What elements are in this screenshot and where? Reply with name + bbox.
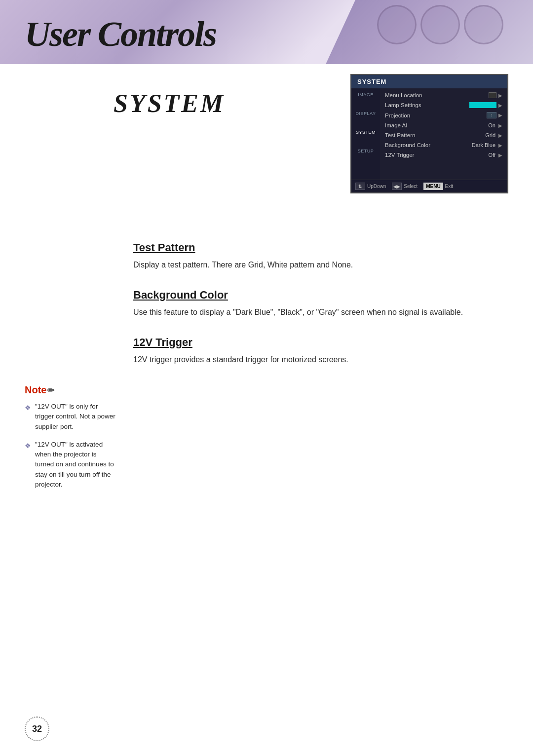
osd-label-12v-trigger: 12V Trigger xyxy=(385,152,489,158)
osd-label-test-pattern: Test Pattern xyxy=(385,132,485,138)
page-title: User Controls xyxy=(25,14,216,55)
osd-menu-btn[interactable]: MENU xyxy=(423,183,443,190)
osd-header: SYSTEM xyxy=(351,75,507,88)
section-12v-trigger-text: 12V trigger provides a standard trigger … xyxy=(133,354,469,366)
osd-footer-menu: MENU Exit xyxy=(423,183,453,190)
deco-circle-2 xyxy=(420,5,460,44)
section-12v-trigger-heading: 12V Trigger xyxy=(133,336,508,349)
osd-row-12v-trigger[interactable]: 12V Trigger Off ▶ xyxy=(380,150,507,160)
osd-select-icon: ◀▶ xyxy=(392,183,402,190)
osd-updown-icon: ⇅ xyxy=(355,183,365,190)
section-bg-color-heading: Background Color xyxy=(133,289,508,302)
note-item-2: ❖ "12V OUT" is activated when the projec… xyxy=(25,440,116,490)
osd-nav-display[interactable]: DISPLAY xyxy=(356,111,376,116)
page-number: 32 xyxy=(25,717,49,741)
osd-value-bg-color: Dark Blue xyxy=(472,142,495,148)
section-background-color: Background Color Use this feature to dis… xyxy=(133,289,508,318)
osd-value-proj-icon: ↕ xyxy=(487,112,496,118)
main-content: SYSTEM IMAGE DISPLAY SYSTEM SETUP Menu L… xyxy=(0,64,533,517)
osd-value-image-ai: On xyxy=(488,122,495,128)
note-item-1: ❖ "12V OUT" is only for trigger control.… xyxy=(25,402,116,432)
osd-value-menu-location-icon xyxy=(489,92,496,98)
osd-footer: ⇅ UpDown ◀▶ Select MENU Exit xyxy=(351,180,507,192)
note-label-text: Note xyxy=(25,384,46,396)
osd-row-projection[interactable]: Projection ↕ ▶ xyxy=(380,110,507,120)
osd-arrow-image-ai: ▶ xyxy=(498,123,502,128)
osd-row-menu-location[interactable]: Menu Location ▶ xyxy=(380,90,507,100)
osd-row-image-ai[interactable]: Image AI On ▶ xyxy=(380,120,507,130)
osd-value-test-pattern: Grid xyxy=(485,132,495,138)
osd-nav-image[interactable]: IMAGE xyxy=(358,92,374,97)
full-layout: Note ✏ ❖ "12V OUT" is only for trigger c… xyxy=(25,227,508,497)
osd-row-lamp-settings[interactable]: Lamp Settings ▶ xyxy=(380,100,507,110)
section-test-pattern-text: Display a test pattern. There are Grid, … xyxy=(133,259,469,271)
osd-arrow-proj: ▶ xyxy=(498,113,502,118)
note-pencil-icon: ✏ xyxy=(47,385,55,396)
osd-value-lamp-bar xyxy=(469,102,496,108)
osd-label-projection: Projection xyxy=(385,113,487,118)
osd-content: Menu Location ▶ Lamp Settings ▶ Projecti… xyxy=(380,88,507,180)
section-test-pattern-heading: Test Pattern xyxy=(133,241,508,254)
note-item-1-text: "12V OUT" is only for trigger control. N… xyxy=(35,402,116,432)
note-bullet-2: ❖ xyxy=(25,441,31,490)
osd-container: SYSTEM IMAGE DISPLAY SYSTEM SETUP Menu L… xyxy=(350,74,508,193)
osd-arrow-lamp: ▶ xyxy=(498,103,502,108)
osd-arrow-bg-color: ▶ xyxy=(498,143,502,148)
section-test-pattern: Test Pattern Display a test pattern. The… xyxy=(133,241,508,271)
content-column: Test Pattern Display a test pattern. The… xyxy=(133,227,508,497)
deco-circle-3 xyxy=(464,5,503,44)
osd-exit-label: Exit xyxy=(445,184,454,189)
section-12v-trigger: 12V Trigger 12V trigger provides a stand… xyxy=(133,336,508,366)
osd-nav-setup[interactable]: SETUP xyxy=(358,149,374,153)
osd-select-label: Select xyxy=(404,184,418,189)
osd-row-test-pattern[interactable]: Test Pattern Grid ▶ xyxy=(380,130,507,140)
osd-nav-system[interactable]: SYSTEM xyxy=(356,130,376,135)
osd-arrow-menu-location: ▶ xyxy=(498,93,502,98)
header-area: User Controls xyxy=(0,0,533,64)
header-circles xyxy=(377,5,503,44)
osd-updown-label: UpDown xyxy=(367,184,386,189)
osd-label-bg-color: Background Color xyxy=(385,142,472,148)
note-column: Note ✏ ❖ "12V OUT" is only for trigger c… xyxy=(25,227,133,497)
osd-sidebar: IMAGE DISPLAY SYSTEM SETUP Menu Location… xyxy=(351,88,507,180)
osd-value-12v-trigger: Off xyxy=(489,152,495,158)
osd-footer-select: ◀▶ Select xyxy=(392,183,418,190)
osd-footer-updown: ⇅ UpDown xyxy=(355,183,386,190)
note-bullet-1: ❖ xyxy=(25,403,31,432)
osd-label-menu-location: Menu Location xyxy=(385,92,489,98)
note-item-2-text: "12V OUT" is activated when the projecto… xyxy=(35,440,116,490)
osd-menu: SYSTEM IMAGE DISPLAY SYSTEM SETUP Menu L… xyxy=(350,74,508,193)
osd-row-bg-color[interactable]: Background Color Dark Blue ▶ xyxy=(380,140,507,150)
osd-label-lamp-settings: Lamp Settings xyxy=(385,102,469,108)
note-label-area: Note ✏ xyxy=(25,384,133,396)
osd-arrow-test-pattern: ▶ xyxy=(498,133,502,138)
osd-label-image-ai: Image AI xyxy=(385,122,488,128)
osd-arrow-12v-trigger: ▶ xyxy=(498,152,502,158)
osd-nav: IMAGE DISPLAY SYSTEM SETUP xyxy=(351,88,380,180)
deco-circle-1 xyxy=(377,5,417,44)
osd-spacer xyxy=(380,160,507,178)
note-items-list: ❖ "12V OUT" is only for trigger control.… xyxy=(25,402,133,490)
section-bg-color-text: Use this feature to display a "Dark Blue… xyxy=(133,306,469,318)
